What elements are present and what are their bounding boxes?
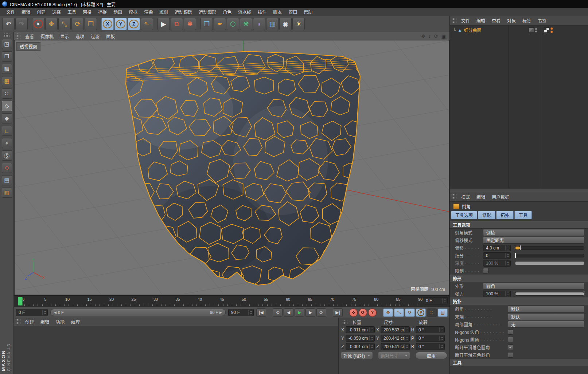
mograph-icon[interactable]: ❋ [240,18,252,30]
play-icon[interactable]: ▶ [295,308,304,317]
section-header-1[interactable]: 修形 [450,275,588,282]
last-tool-bevel-icon[interactable]: ❒ [85,18,97,30]
attr-slider[interactable] [515,254,584,257]
menu-9[interactable]: 渲染 [141,9,156,15]
object-manager-grip[interactable] [451,17,456,24]
material-menu-3[interactable]: 纹理 [68,319,83,325]
spinner-arrows-icon[interactable]: ▴▾ [442,298,447,303]
spinner-arrows-icon[interactable]: ▴▾ [42,310,47,315]
object-manager-menu-4[interactable]: 标签 [519,17,534,24]
material-manager-area[interactable] [14,326,338,374]
spinner-arrows-icon[interactable]: ▴▾ [248,310,253,315]
spinner-arrows-icon[interactable]: ▴▾ [505,261,510,265]
menu-13[interactable]: 角色 [219,9,235,15]
deformer-icon[interactable]: ◗ [253,18,265,30]
attr-checkbox[interactable] [508,337,513,342]
key-scale-icon[interactable]: ⤡ [394,308,404,317]
attr-dropdown[interactable]: 默认 [508,313,584,320]
environment-icon[interactable]: ▦ [266,18,279,30]
primitive-cube-icon[interactable]: ❒ [200,18,213,30]
scale-icon[interactable]: ⤡ [58,18,71,30]
goto-start-icon[interactable]: |◀ [256,308,266,317]
section-header-2[interactable]: 拓扑 [450,298,588,305]
attr-checkbox[interactable] [508,329,513,335]
next-key-icon[interactable]: ⟳ [316,308,326,317]
viewport-menu-3[interactable]: 选项 [72,33,87,39]
viewport-menu-0[interactable]: 查看 [22,33,37,39]
attr-dropdown[interactable]: 倒棱 [483,229,584,236]
object-manager-menu-3[interactable]: 对象 [504,17,519,24]
enable-axis-icon[interactable]: ∟ [2,126,12,136]
subdivision-surface-object-icon[interactable]: ▲ [458,28,462,33]
view-label[interactable]: 透视视图 [16,42,40,51]
material-menu-1[interactable]: 编辑 [37,319,52,325]
position-z-field[interactable]: -0.001 cm▴▾ [346,343,375,350]
spinner-arrows-icon[interactable]: ▴▾ [369,327,374,332]
attr-dropdown[interactable]: 无 [508,321,584,328]
material-menu-2[interactable]: 功能 [52,319,68,325]
menu-2[interactable]: 创建 [34,9,49,15]
spinner-arrows-icon[interactable]: ▴▾ [404,327,409,332]
lock-z-axis-icon[interactable]: Z [128,18,140,30]
object-enable-checkbox-icon[interactable] [544,27,549,33]
rotate-view-icon[interactable]: ⟳ [434,34,438,39]
menu-3[interactable]: 选择 [49,9,64,15]
spinner-arrows-icon[interactable]: ▴▾ [505,253,510,258]
texture-mode-icon[interactable]: ▩ [2,64,12,74]
move-icon[interactable]: ✥ [45,18,58,30]
polygons-mode-icon[interactable]: ◆ [2,113,12,123]
workplane-lock-icon[interactable]: ▤ [2,175,12,185]
attr-checkbox[interactable] [508,352,513,358]
prev-key-icon[interactable]: ⟲ [273,308,283,317]
preview-range-slider[interactable]: ◀ 0 F 90 F ▶ [50,309,226,316]
menu-15[interactable]: 插件 [254,9,270,15]
record-keyframe-icon[interactable]: ✜ [349,308,358,317]
undo-icon[interactable]: ↶ [2,18,15,30]
make-editable-icon[interactable]: ◳ [2,39,12,49]
light-icon[interactable]: ☀ [292,18,305,30]
rotate-icon[interactable]: ⟳ [71,18,84,30]
attr-slider[interactable] [515,292,584,296]
material-menu-grip[interactable] [15,319,20,324]
lock-y-axis-icon[interactable]: Y [114,18,127,30]
object-manager-menu-5[interactable]: 书签 [534,17,550,24]
menu-8[interactable]: 模拟 [125,9,141,15]
tab-2[interactable]: 拓扑 [496,211,514,219]
attr-dropdown[interactable]: 默认 [508,306,584,312]
mini-timeline-icon[interactable]: ▤ [438,308,448,317]
size-x-field[interactable]: 200.533 cm▴▾ [381,326,410,333]
key-parameter-icon[interactable]: P [416,308,426,317]
viewport-menu-2[interactable]: 显示 [57,33,72,39]
menu-5[interactable]: 网格 [79,9,95,15]
spinner-arrows-icon[interactable]: ▴▾ [369,336,374,340]
menu-14[interactable]: 流水线 [235,9,254,15]
rotation-p-field[interactable]: 0 °▴▾ [416,335,445,342]
keying-options-icon[interactable]: ? [368,308,377,317]
coordinate-system-icon[interactable]: ⬑ [141,18,153,30]
layer-color-icon[interactable] [529,27,534,33]
redo-icon[interactable]: ↷ [15,18,28,30]
spline-pen-icon[interactable]: ✒ [214,18,226,30]
spinner-arrows-icon[interactable]: ▴▾ [369,344,374,349]
menu-12[interactable]: 运动图形 [195,9,219,15]
tab-0[interactable]: 工具选项 [451,211,477,219]
zoom-view-icon[interactable]: ↕ [428,34,431,39]
next-frame-icon[interactable]: ▶ [305,308,315,317]
spinner-arrows-icon[interactable]: ▴▾ [505,291,510,296]
range-left-arrow-icon[interactable]: ◀ [54,311,57,314]
prev-frame-icon[interactable]: ◀ [284,308,293,317]
menu-18[interactable]: 帮助 [300,9,316,15]
subdivision-surface-icon[interactable]: ⬡ [227,18,239,30]
object-manager-tree[interactable]: └ ▲ 细分曲面 [450,25,588,189]
spinner-arrows-icon[interactable]: ▴▾ [439,344,444,349]
timeline-ruler[interactable]: 051015202530354045505560657075808590 0 F… [14,295,449,307]
rotation-h-field[interactable]: 0 °▴▾ [416,326,445,333]
menu-16[interactable]: 脚本 [270,9,285,15]
viewport-menu-5[interactable]: 面板 [103,33,118,39]
object-name[interactable]: 细分曲面 [464,27,481,33]
menu-17[interactable]: 窗口 [285,9,300,15]
edges-mode-icon[interactable]: ◇ [2,101,12,111]
position-x-field[interactable]: -0.011 cm▴▾ [346,326,375,333]
attribute-menu-grip[interactable] [451,194,456,200]
menu-4[interactable]: 工具 [64,9,79,15]
